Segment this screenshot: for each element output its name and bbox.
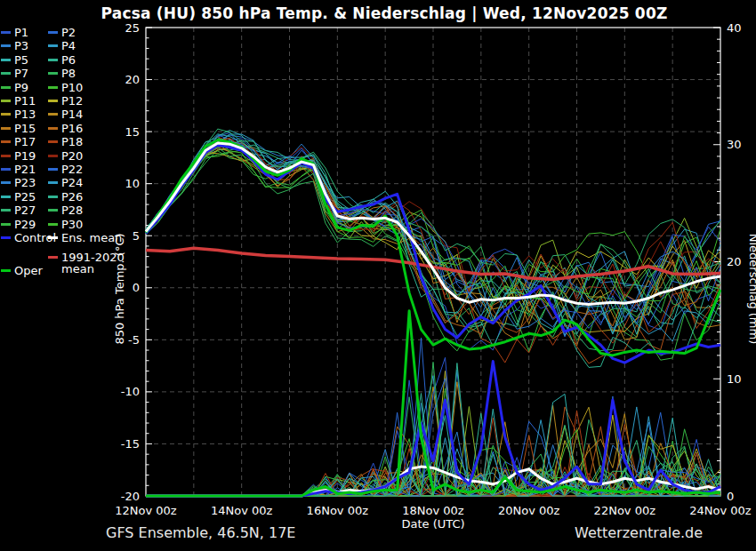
legend-member-p18-swatch	[48, 140, 58, 143]
footer-branding: Wetterzentrale.de	[575, 524, 703, 541]
legend-member-p18-label: P18	[61, 136, 83, 148]
legend-member-p29-label: P29	[14, 219, 36, 230]
legend-member-p13-label: P13	[14, 108, 36, 120]
legend-member-p22: P22	[48, 163, 83, 176]
y-right-axis-title: Niederschlag (mm)	[747, 234, 756, 345]
legend-member-p4-label: P4	[61, 40, 76, 52]
legend-member-p11: P11	[1, 94, 36, 108]
legend-member-p15-label: P15	[14, 123, 36, 134]
legend-member-p5-label: P5	[14, 54, 28, 66]
legend-member-p4-swatch	[48, 44, 58, 47]
legend-member-p19-label: P19	[14, 150, 36, 162]
legend-member-p7-label: P7	[14, 68, 28, 79]
legend-member-p21: P21	[1, 163, 36, 176]
legend-member-p18: P18	[48, 135, 83, 148]
legend-member-p2: P2	[48, 26, 76, 39]
legend-member-p20-label: P20	[61, 150, 83, 162]
legend-member-p24-swatch	[48, 181, 58, 184]
legend-member-p1-label: P1	[14, 27, 28, 38]
legend-member-p30: P30	[48, 218, 83, 231]
member-precip-lines	[146, 338, 720, 496]
legend-oper-label: Oper	[14, 265, 43, 276]
legend-oper-swatch	[1, 269, 11, 272]
legend-member-p15: P15	[1, 122, 36, 135]
legend-member-p30-label: P30	[61, 219, 83, 230]
legend-member-p13-swatch	[1, 113, 11, 116]
legend-member-p16-label: P16	[61, 123, 83, 134]
legend-member-p27-label: P27	[14, 204, 36, 216]
legend-member-p11-label: P11	[14, 95, 36, 107]
date-tick-label: 12Nov 00z	[115, 504, 177, 517]
legend-member-p22-swatch	[48, 168, 58, 171]
legend-member-p9-swatch	[1, 86, 11, 89]
legend-ens-mean-label: Ens. mean	[61, 232, 122, 244]
legend-member-p19: P19	[1, 149, 36, 163]
legend-member-p14: P14	[48, 108, 83, 121]
legend-climate-mean-label: 1991-2020mean	[61, 252, 125, 275]
legend-member-p26: P26	[48, 190, 83, 204]
legend-member-p2-label: P2	[61, 27, 76, 38]
legend-member-p5-swatch	[1, 59, 11, 61]
legend-member-p6-label: P6	[61, 54, 76, 66]
legend-member-p1-swatch	[1, 31, 11, 34]
legend-member-p14-swatch	[48, 113, 58, 116]
legend-member-p16-swatch	[48, 127, 58, 130]
date-tick-label: 24Nov 00z	[689, 504, 752, 517]
legend-member-p28-label: P28	[61, 204, 83, 216]
legend-member-p25: P25	[1, 190, 36, 204]
legend-member-p23-swatch	[1, 181, 11, 184]
precip-tick-label: 10	[727, 372, 742, 386]
legend-member-p29: P29	[1, 218, 36, 231]
legend-member-p23: P23	[1, 176, 36, 189]
legend-member-p14-label: P14	[61, 108, 83, 120]
legend-member-p26-label: P26	[61, 191, 83, 203]
legend-member-p24-label: P24	[61, 177, 83, 188]
legend-member-p2-swatch	[48, 31, 58, 34]
legend-member-p19-swatch	[1, 155, 11, 157]
legend-member-p9: P9	[1, 81, 28, 94]
date-tick-label: 14Nov 00z	[211, 504, 273, 517]
legend-member-p6: P6	[48, 53, 76, 67]
legend-member-p25-swatch	[1, 196, 11, 198]
legend-oper: Oper	[1, 264, 43, 277]
legend-member-p8-label: P8	[61, 68, 76, 79]
legend-member-p23-label: P23	[14, 177, 36, 188]
legend-member-p28-swatch	[48, 209, 58, 212]
legend-member-p3-swatch	[1, 44, 11, 47]
legend-member-p22-label: P22	[61, 164, 83, 175]
legend-member-p26-swatch	[48, 196, 58, 198]
member-temp-P20	[146, 138, 720, 298]
legend-member-p21-label: P21	[14, 164, 36, 175]
precip-tick-label: 30	[727, 138, 742, 151]
legend-ens-mean-swatch	[48, 236, 58, 239]
legend-ens-mean: Ens. mean	[48, 231, 122, 244]
temp-tick-label: -20	[121, 490, 140, 503]
legend-member-p12: P12	[48, 94, 83, 108]
precip-tick-label: 20	[727, 255, 742, 268]
footer-model-info: GFS Ensemble, 46.5N, 17E	[106, 524, 295, 541]
legend-member-p24: P24	[48, 176, 83, 189]
legend-member-p10: P10	[48, 81, 83, 94]
precip-tick-label: 40	[727, 21, 742, 35]
date-tick-label: 22Nov 00z	[594, 504, 656, 517]
legend-member-p30-swatch	[48, 223, 58, 226]
legend-member-p9-label: P9	[14, 82, 28, 93]
legend-member-p17-swatch	[1, 140, 11, 143]
legend-member-p4: P4	[48, 39, 76, 52]
legend-climate-mean: 1991-2020mean	[48, 252, 125, 275]
legend-member-p27-swatch	[1, 209, 11, 212]
legend-member-p29-swatch	[1, 223, 11, 226]
legend-member-p27: P27	[1, 204, 36, 217]
legend-member-p7-swatch	[1, 72, 11, 75]
legend-member-p17-label: P17	[14, 136, 36, 148]
legend-control-swatch	[1, 236, 11, 239]
legend-member-p11-swatch	[1, 100, 11, 102]
legend-member-p6-swatch	[48, 59, 58, 61]
legend-member-p7: P7	[1, 67, 28, 80]
legend-member-p12-label: P12	[61, 95, 83, 107]
legend-member-p25-label: P25	[14, 191, 36, 203]
date-tick-label: 20Nov 00z	[498, 504, 560, 517]
legend-member-p5: P5	[1, 53, 28, 67]
legend-member-p16: P16	[48, 122, 83, 135]
legend-member-p20: P20	[48, 149, 83, 163]
